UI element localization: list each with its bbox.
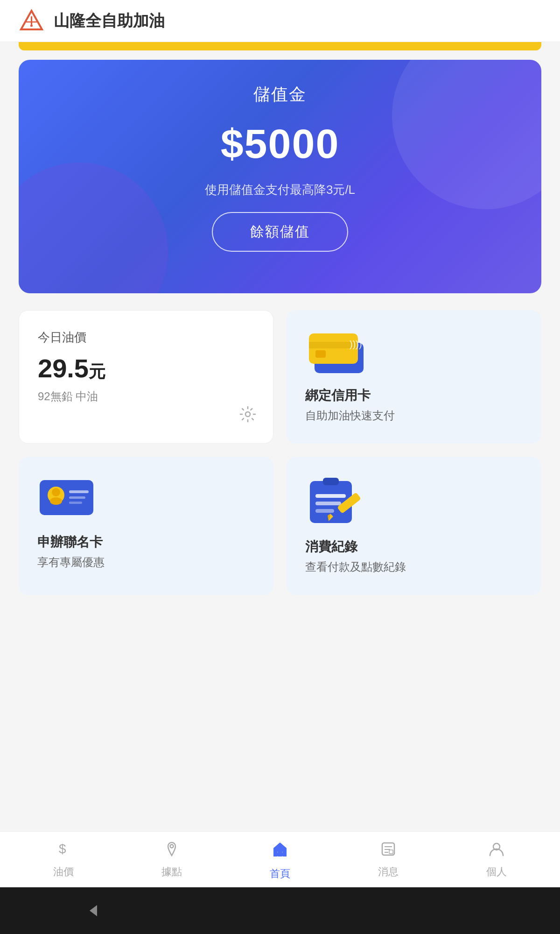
nav-item-profile[interactable]: 個人	[442, 841, 551, 879]
svg-point-12	[52, 488, 60, 496]
svg-rect-15	[69, 496, 85, 499]
nav-item-oil-price[interactable]: $ 油價	[9, 841, 118, 879]
oil-price-sub: 92無鉛 中油	[38, 389, 254, 404]
svg-rect-27	[277, 852, 283, 856]
svg-point-13	[50, 497, 62, 505]
svg-rect-32	[389, 850, 393, 854]
nav-item-news[interactable]: 消息	[334, 841, 442, 879]
location-icon	[163, 841, 180, 861]
records-feature[interactable]: 消費紀錄 查看付款及點數紀錄	[287, 457, 541, 595]
nav-label-news: 消息	[378, 865, 399, 879]
android-navigation-bar	[0, 887, 560, 934]
oil-price-card[interactable]: 今日油價 29.5元 92無鉛 中油	[19, 310, 273, 444]
home-icon	[270, 839, 290, 863]
svg-marker-34	[90, 905, 97, 916]
topup-button[interactable]: 餘額儲值	[212, 212, 348, 252]
member-card-subtitle: 享有專屬優惠	[37, 555, 255, 570]
svg-rect-18	[323, 478, 339, 485]
android-home-button[interactable]	[268, 899, 292, 922]
svg-rect-14	[69, 490, 89, 493]
android-back-button[interactable]	[82, 899, 105, 922]
svg-rect-16	[69, 502, 82, 504]
nav-label-home: 首頁	[270, 867, 290, 881]
svg-rect-21	[315, 509, 334, 513]
balance-amount: $5000	[221, 120, 340, 168]
credit-card-icon: ))))	[305, 329, 523, 377]
records-icon	[305, 475, 523, 529]
member-card-feature[interactable]: 申辦聯名卡 享有專屬優惠	[19, 457, 273, 595]
oil-price-label: 今日油價	[38, 329, 254, 346]
balance-note: 使用儲值金支付最高降3元/L	[205, 182, 355, 198]
svg-point-4	[245, 412, 250, 417]
records-subtitle: 查看付款及點數紀錄	[305, 559, 523, 574]
credit-card-feature[interactable]: )))) 綁定信用卡 自助加油快速支付	[287, 310, 541, 444]
svg-point-2	[30, 25, 33, 27]
android-recents-button[interactable]	[455, 899, 478, 922]
nav-label-location: 據點	[161, 865, 182, 879]
yellow-accent-strip	[19, 42, 541, 50]
person-icon	[488, 841, 505, 861]
oil-price-value: 29.5元	[38, 353, 254, 383]
svg-text:$: $	[59, 842, 66, 856]
svg-rect-20	[315, 502, 341, 505]
app-logo-icon	[19, 8, 44, 34]
app-header: 山隆全自助加油	[0, 0, 560, 42]
settings-icon[interactable]	[239, 406, 256, 425]
svg-rect-8	[315, 350, 326, 358]
nav-label-oil-price: 油價	[53, 865, 74, 879]
nav-item-home[interactable]: 首頁	[226, 839, 334, 881]
feature-grid: 今日油價 29.5元 92無鉛 中油	[19, 310, 541, 595]
news-icon	[380, 841, 397, 861]
member-card-icon	[37, 475, 255, 524]
credit-card-title: 綁定信用卡	[305, 387, 523, 404]
member-card-title: 申辦聯名卡	[37, 533, 255, 551]
bottom-navigation: $ 油價 據點 首頁	[0, 831, 560, 887]
dollar-icon: $	[55, 841, 72, 861]
app-title: 山隆全自助加油	[54, 10, 165, 32]
balance-card: 儲值金 $5000 使用儲值金支付最高降3元/L 餘額儲值	[19, 60, 541, 293]
records-title: 消費紀錄	[305, 538, 523, 556]
svg-text:)))): ))))	[350, 339, 362, 349]
oil-price-unit: 元	[89, 362, 105, 381]
nav-item-location[interactable]: 據點	[118, 841, 226, 879]
balance-label: 儲值金	[253, 83, 307, 106]
svg-rect-19	[315, 494, 346, 498]
svg-point-26	[170, 844, 174, 848]
credit-card-subtitle: 自助加油快速支付	[305, 408, 523, 423]
nav-label-profile: 個人	[486, 865, 507, 879]
main-content: 儲值金 $5000 使用儲值金支付最高降3元/L 餘額儲值 今日油價 29.5元…	[0, 50, 560, 595]
